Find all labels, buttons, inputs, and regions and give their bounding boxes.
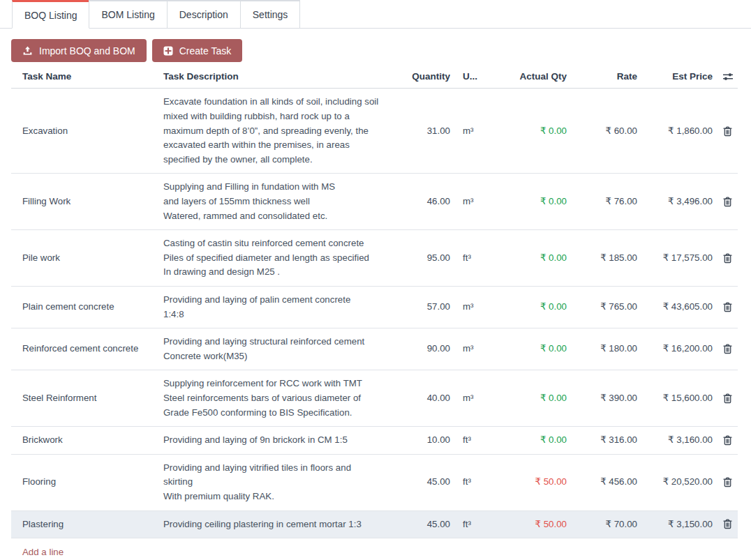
actual-qty-cell[interactable]: ₹ 50.00: [491, 510, 581, 538]
rate-cell[interactable]: ₹ 60.00: [581, 89, 648, 174]
uom-cell[interactable]: m³: [450, 286, 491, 328]
uom-cell[interactable]: m³: [450, 328, 491, 370]
rate-cell[interactable]: ₹ 180.00: [581, 328, 648, 370]
uom-cell[interactable]: ft³: [450, 230, 491, 287]
task-description-cell[interactable]: Supplying reinforcement for RCC work wit…: [156, 370, 401, 427]
quantity-cell[interactable]: 45.00: [401, 454, 450, 510]
column-header-task-name[interactable]: Task Name: [11, 65, 156, 89]
task-name-cell[interactable]: Plastering: [11, 510, 156, 538]
actual-qty-cell[interactable]: ₹ 0.00: [491, 427, 581, 455]
table-header-row: Task Name Task Description Quantity U...…: [11, 65, 738, 89]
column-header-task-description[interactable]: Task Description: [156, 65, 401, 89]
delete-row-button[interactable]: [717, 89, 738, 174]
task-description-cell[interactable]: Providing ceiling plastering in cement m…: [156, 510, 401, 538]
tab-description[interactable]: Description: [167, 0, 241, 28]
boq-listing-table: Task Name Task Description Quantity U...…: [11, 65, 738, 560]
boq-table-body: Excavation Excavate foundation in all ki…: [11, 89, 738, 538]
task-name-cell[interactable]: Brickwork: [11, 427, 156, 455]
task-name-cell[interactable]: Filling Work: [11, 174, 156, 230]
quantity-cell[interactable]: 40.00: [401, 370, 450, 427]
task-name-cell[interactable]: Flooring: [11, 454, 156, 510]
rate-cell[interactable]: ₹ 765.00: [581, 286, 648, 328]
est-price-cell[interactable]: ₹ 20,520.00: [648, 454, 717, 510]
sliders-icon: [722, 71, 734, 82]
delete-row-button[interactable]: [717, 427, 738, 455]
delete-row-button[interactable]: [717, 286, 738, 328]
notebook-tabbar: BOQ Listing BOM Listing Description Sett…: [0, 0, 751, 29]
tab-label: BOQ Listing: [24, 10, 77, 21]
task-description-cell[interactable]: Providing and laying of palin cement con…: [156, 286, 401, 328]
uom-cell[interactable]: m³: [450, 370, 491, 427]
task-description-cell[interactable]: Casting of castin situ reinforced cement…: [156, 230, 401, 287]
task-name-cell[interactable]: Plain cement concrete: [11, 286, 156, 328]
quantity-cell[interactable]: 90.00: [401, 328, 450, 370]
delete-row-button[interactable]: [717, 328, 738, 370]
est-price-cell[interactable]: ₹ 3,496.00: [648, 174, 717, 230]
est-price-cell[interactable]: ₹ 43,605.00: [648, 286, 717, 328]
task-description-cell[interactable]: Providing and laying structural reinforc…: [156, 328, 401, 370]
actual-qty-cell[interactable]: ₹ 0.00: [491, 89, 581, 174]
table-row: Filling Work Supplying and Filling in fu…: [11, 174, 738, 230]
rate-cell[interactable]: ₹ 70.00: [581, 510, 648, 538]
trash-icon: [723, 301, 732, 312]
task-description-cell[interactable]: Providing and laying vitrified tiles in …: [156, 454, 401, 510]
quantity-cell[interactable]: 31.00: [401, 89, 450, 174]
tab-bom-listing[interactable]: BOM Listing: [89, 0, 167, 28]
delete-row-button[interactable]: [717, 454, 738, 510]
delete-row-button[interactable]: [717, 510, 738, 538]
add-a-line-link[interactable]: Add a line: [11, 538, 738, 560]
task-description-cell[interactable]: Supplying and Filling in fundation with …: [156, 174, 401, 230]
import-boq-bom-label: Import BOQ and BOM: [39, 45, 135, 56]
uom-cell[interactable]: m³: [450, 89, 491, 174]
column-header-quantity[interactable]: Quantity: [401, 65, 450, 89]
est-price-cell[interactable]: ₹ 3,150.00: [648, 510, 717, 538]
est-price-cell[interactable]: ₹ 3,160.00: [648, 427, 717, 455]
create-task-button[interactable]: Create Task: [152, 39, 242, 62]
table-row: Excavation Excavate foundation in all ki…: [11, 89, 738, 174]
actual-qty-cell[interactable]: ₹ 50.00: [491, 454, 581, 510]
uom-cell[interactable]: ft³: [450, 510, 491, 538]
task-name-cell[interactable]: Reinforced cement concrete: [11, 328, 156, 370]
est-price-cell[interactable]: ₹ 1,860.00: [648, 89, 717, 174]
tab-settings[interactable]: Settings: [240, 0, 301, 28]
actual-qty-cell[interactable]: ₹ 0.00: [491, 286, 581, 328]
trash-icon: [723, 476, 732, 487]
uom-cell[interactable]: m³: [450, 174, 491, 230]
quantity-cell[interactable]: 57.00: [401, 286, 450, 328]
uom-cell[interactable]: ft³: [450, 454, 491, 510]
delete-row-button[interactable]: [717, 230, 738, 287]
rate-cell[interactable]: ₹ 316.00: [581, 427, 648, 455]
boq-toolbar: Import BOQ and BOM Create Task: [0, 29, 751, 62]
actual-qty-cell[interactable]: ₹ 0.00: [491, 370, 581, 427]
quantity-cell[interactable]: 10.00: [401, 427, 450, 455]
tab-boq-listing[interactable]: BOQ Listing: [12, 0, 89, 29]
task-name-cell[interactable]: Excavation: [11, 89, 156, 174]
est-price-cell[interactable]: ₹ 17,575.00: [648, 230, 717, 287]
task-name-cell[interactable]: Pile work: [11, 230, 156, 287]
column-header-rate[interactable]: Rate: [581, 65, 648, 89]
quantity-cell[interactable]: 46.00: [401, 174, 450, 230]
rate-cell[interactable]: ₹ 185.00: [581, 230, 648, 287]
actual-qty-cell[interactable]: ₹ 0.00: [491, 328, 581, 370]
import-boq-bom-button[interactable]: Import BOQ and BOM: [11, 39, 147, 62]
task-description-cell[interactable]: Providing and laying of 9n brickork in C…: [156, 427, 401, 455]
uom-cell[interactable]: ft³: [450, 427, 491, 455]
est-price-cell[interactable]: ₹ 16,200.00: [648, 328, 717, 370]
actual-qty-cell[interactable]: ₹ 0.00: [491, 230, 581, 287]
task-description-cell[interactable]: Excavate foundation in all kinds of soil…: [156, 89, 401, 174]
task-name-cell[interactable]: Steel Reinforment: [11, 370, 156, 427]
rate-cell[interactable]: ₹ 456.00: [581, 454, 648, 510]
delete-row-button[interactable]: [717, 370, 738, 427]
actual-qty-cell[interactable]: ₹ 0.00: [491, 174, 581, 230]
est-price-cell[interactable]: ₹ 15,600.00: [648, 370, 717, 427]
column-header-est-price[interactable]: Est Price: [648, 65, 717, 89]
quantity-cell[interactable]: 45.00: [401, 510, 450, 538]
column-header-uom[interactable]: U...: [450, 65, 491, 89]
tab-label: Description: [179, 9, 228, 20]
quantity-cell[interactable]: 95.00: [401, 230, 450, 287]
column-header-actual-qty[interactable]: Actual Qty: [491, 65, 581, 89]
delete-row-button[interactable]: [717, 174, 738, 230]
rate-cell[interactable]: ₹ 76.00: [581, 174, 648, 230]
optional-columns-button[interactable]: [717, 65, 738, 89]
rate-cell[interactable]: ₹ 390.00: [581, 370, 648, 427]
